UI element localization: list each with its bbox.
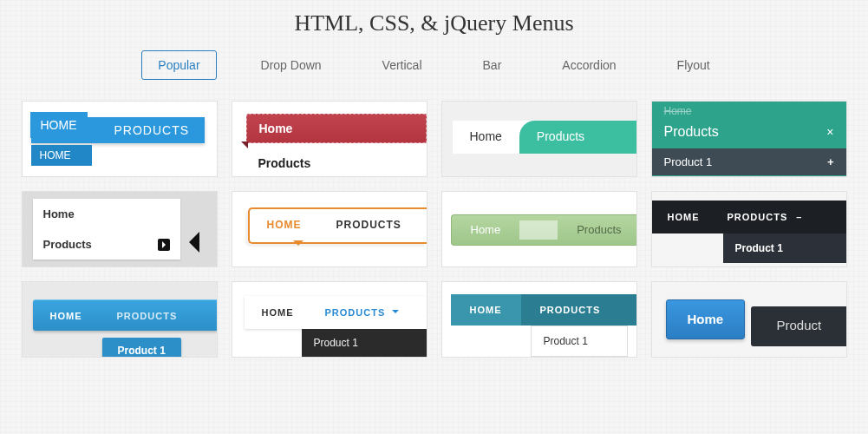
nav-sub-product1: Product 1 xyxy=(664,155,713,168)
nav-sub-product1: Product 1 xyxy=(723,233,846,263)
nav-home: HOME xyxy=(652,212,715,222)
menu-template-1[interactable]: HOME PRODUCTS HOME xyxy=(22,101,218,177)
nav-sub-home: HOME xyxy=(31,145,92,166)
divider xyxy=(519,220,558,240)
nav-sub-product1: Product 1 xyxy=(531,326,628,357)
menu-template-5[interactable]: Home Products xyxy=(22,191,218,267)
tab-popular[interactable]: Popular xyxy=(141,50,216,80)
nav-home: HOME xyxy=(451,294,521,326)
menu-template-7[interactable]: Home Products xyxy=(441,191,637,267)
chevron-down-icon xyxy=(392,310,399,317)
menu-template-9[interactable]: HOME PRODUCTS Product 1 xyxy=(22,281,218,358)
menu-template-11[interactable]: HOME PRODUCTS Product 1 xyxy=(441,281,637,358)
nav-home: Home xyxy=(453,121,519,154)
nav-home: Home xyxy=(666,299,746,339)
menu-template-10[interactable]: HOME PRODUCTS Product 1 xyxy=(232,281,427,358)
chevron-down-icon xyxy=(293,240,303,251)
nav-home: HOME xyxy=(245,307,311,318)
minus-icon: – xyxy=(796,212,802,222)
nav-sub-product1: Product 1 xyxy=(302,329,427,357)
nav-products: PRODUCTS xyxy=(311,307,414,318)
tab-flyout[interactable]: Flyout xyxy=(661,50,727,80)
nav-products: Products xyxy=(558,215,636,245)
nav-home: HOME xyxy=(250,209,319,242)
menu-template-6[interactable]: HOME PRODUCTS xyxy=(232,191,427,267)
page-title: HTML, CSS, & jQuery Menus xyxy=(0,0,868,50)
nav-home: HOME xyxy=(33,300,100,331)
nav-home: Home xyxy=(246,114,427,143)
nav-home: Home xyxy=(452,215,520,245)
menu-template-2[interactable]: Home Products xyxy=(232,101,427,177)
plus-icon: + xyxy=(827,155,834,168)
category-tabs: Popular Drop Down Vertical Bar Accordion… xyxy=(0,50,868,80)
menu-template-8[interactable]: HOME PRODUCTS – Product 1 xyxy=(651,191,847,267)
tab-bar[interactable]: Bar xyxy=(467,50,519,80)
nav-products: PRODUCTS xyxy=(319,209,419,242)
nav-products: PRODUCTS xyxy=(100,300,195,331)
nav-products: PRODUCTS – xyxy=(715,212,812,222)
nav-home: HOME xyxy=(30,112,88,138)
nav-products: PRODUCTS xyxy=(88,117,206,143)
tab-vertical[interactable]: Vertical xyxy=(366,50,439,80)
nav-top: Home xyxy=(652,102,846,119)
nav-products: Products xyxy=(664,124,719,140)
chevron-right-icon xyxy=(158,239,170,251)
nav-products: Products xyxy=(246,150,427,176)
tab-dropdown[interactable]: Drop Down xyxy=(245,50,338,80)
menu-template-12[interactable]: Home Product xyxy=(651,281,847,358)
nav-sub-product1: Product 1 xyxy=(102,338,181,358)
nav-products: Product xyxy=(751,306,846,346)
tab-accordion[interactable]: Accordion xyxy=(545,50,632,80)
nav-products: Products xyxy=(33,229,180,260)
menu-template-3[interactable]: Home Products xyxy=(441,101,637,177)
template-grid: HOME PRODUCTS HOME Home Products Home Pr… xyxy=(0,101,868,358)
nav-products: Products xyxy=(519,121,636,154)
flyout-arrow-icon xyxy=(179,232,199,253)
close-icon: × xyxy=(826,125,833,139)
menu-template-4[interactable]: Home Products × Product 1 + xyxy=(651,101,847,177)
nav-products: PRODUCTS xyxy=(521,294,636,326)
nav-home: Home xyxy=(33,199,180,229)
